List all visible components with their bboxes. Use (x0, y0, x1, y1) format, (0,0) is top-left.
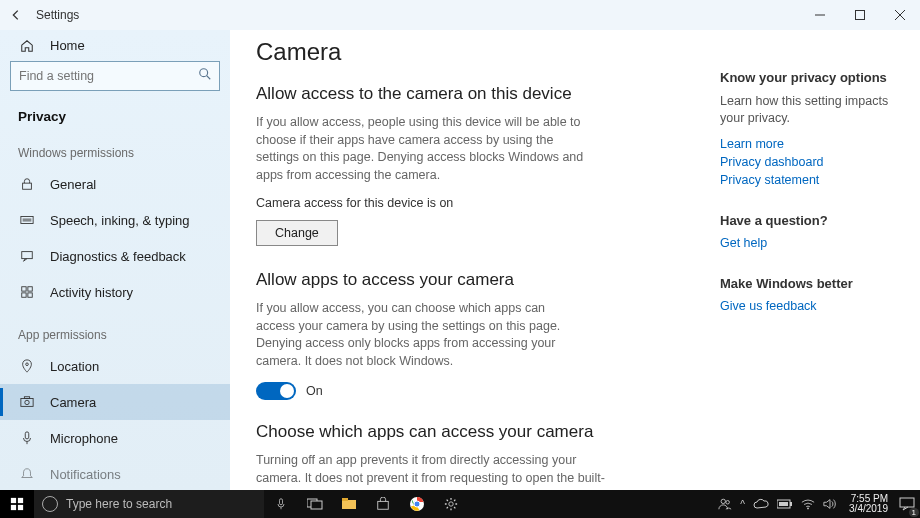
svg-rect-40 (900, 498, 914, 507)
svg-rect-19 (25, 432, 29, 439)
sidebar-item-location[interactable]: Location (0, 348, 230, 384)
wifi-icon[interactable] (801, 498, 815, 510)
desc-access-device: If you allow access, people using this d… (256, 114, 586, 184)
svg-rect-12 (28, 287, 32, 291)
history-icon (18, 285, 36, 299)
feedback-link[interactable]: Give us feedback (720, 299, 904, 313)
home-link[interactable]: Home (0, 38, 230, 53)
mic-icon[interactable] (264, 490, 298, 518)
svg-rect-1 (856, 11, 865, 20)
settings-icon[interactable] (434, 490, 468, 518)
svg-rect-10 (22, 252, 33, 259)
sidebar-item-general[interactable]: General (0, 166, 230, 202)
window-title: Settings (32, 8, 79, 22)
clock-date: 3/4/2019 (849, 504, 888, 515)
notif-badge: 1 (909, 508, 919, 517)
taskbar-search[interactable]: Type here to search (34, 490, 264, 518)
maximize-button[interactable] (840, 0, 880, 30)
search-input[interactable] (10, 61, 220, 91)
chrome-icon[interactable] (400, 490, 434, 518)
sidebar-item-diagnostics[interactable]: Diagnostics & feedback (0, 238, 230, 274)
learn-more-link[interactable]: Learn more (720, 137, 904, 151)
nav-label: Microphone (50, 431, 118, 446)
group-app-permissions: App permissions (0, 310, 230, 348)
svg-rect-27 (342, 500, 356, 509)
microphone-icon (18, 431, 36, 445)
svg-rect-29 (378, 501, 389, 509)
search-box[interactable] (10, 61, 220, 91)
toggle-state: On (306, 384, 323, 398)
svg-rect-7 (21, 217, 33, 224)
back-button[interactable] (0, 0, 32, 30)
svg-rect-14 (28, 293, 32, 297)
privacy-options-heading: Know your privacy options (720, 70, 904, 85)
sidebar-item-activity[interactable]: Activity history (0, 274, 230, 310)
svg-rect-21 (18, 498, 23, 503)
chevron-up-icon[interactable]: ^ (740, 499, 745, 510)
svg-line-5 (207, 76, 211, 80)
system-tray[interactable]: ^ (712, 497, 843, 511)
store-icon[interactable] (366, 490, 400, 518)
home-icon (18, 39, 36, 53)
svg-point-17 (25, 400, 29, 404)
sidebar-item-notifications[interactable]: Notifications (0, 456, 230, 490)
sidebar: Home Privacy Windows permissions General… (0, 30, 230, 490)
svg-point-33 (449, 502, 453, 506)
volume-icon[interactable] (823, 498, 837, 510)
svg-rect-23 (18, 505, 23, 510)
keyboard-icon (18, 213, 36, 227)
onedrive-icon[interactable] (753, 498, 769, 510)
svg-rect-18 (24, 397, 29, 399)
svg-rect-37 (790, 502, 792, 506)
desc-choose-apps: Turning off an app prevents it from dire… (256, 452, 606, 490)
section-label: Privacy (0, 101, 230, 128)
taskbar-clock[interactable]: 7:55 PM 3/4/2019 (843, 494, 894, 515)
home-label: Home (50, 38, 85, 53)
svg-rect-26 (311, 501, 322, 509)
device-access-status: Camera access for this device is on (256, 196, 694, 210)
close-button[interactable] (880, 0, 920, 30)
titlebar: Settings (0, 0, 920, 30)
right-column: Know your privacy options Learn how this… (720, 30, 920, 490)
action-center-icon[interactable]: 1 (894, 490, 920, 518)
svg-rect-24 (280, 499, 283, 505)
svg-rect-28 (342, 498, 348, 501)
nav-label: General (50, 177, 96, 192)
sidebar-item-microphone[interactable]: Microphone (0, 420, 230, 456)
allow-apps-toggle[interactable] (256, 382, 296, 400)
location-icon (18, 359, 36, 373)
nav-label: Diagnostics & feedback (50, 249, 186, 264)
sidebar-item-speech[interactable]: Speech, inking, & typing (0, 202, 230, 238)
question-heading: Have a question? (720, 213, 904, 228)
lock-icon (18, 177, 36, 191)
svg-rect-11 (22, 287, 26, 291)
minimize-button[interactable] (800, 0, 840, 30)
svg-rect-38 (779, 502, 788, 506)
section-allow-apps: Allow apps to access your camera (256, 270, 694, 290)
start-button[interactable] (0, 490, 34, 518)
get-help-link[interactable]: Get help (720, 236, 904, 250)
nav-label: Activity history (50, 285, 133, 300)
explorer-icon[interactable] (332, 490, 366, 518)
cortana-icon (42, 496, 58, 512)
svg-point-34 (721, 499, 725, 503)
section-choose-apps: Choose which apps can access your camera (256, 422, 694, 442)
camera-icon (18, 395, 36, 409)
svg-rect-20 (11, 498, 16, 503)
people-icon[interactable] (718, 497, 732, 511)
nav-label: Speech, inking, & typing (50, 213, 189, 228)
change-button[interactable]: Change (256, 220, 338, 246)
privacy-statement-link[interactable]: Privacy statement (720, 173, 904, 187)
feedback-icon (18, 249, 36, 263)
group-windows-permissions: Windows permissions (0, 128, 230, 166)
nav-label: Location (50, 359, 99, 374)
task-view-icon[interactable] (298, 490, 332, 518)
privacy-dashboard-link[interactable]: Privacy dashboard (720, 155, 904, 169)
svg-point-4 (200, 69, 208, 77)
taskbar-search-placeholder: Type here to search (66, 497, 172, 511)
desc-allow-apps: If you allow access, you can choose whic… (256, 300, 586, 370)
svg-rect-13 (22, 293, 26, 297)
battery-icon[interactable] (777, 499, 793, 509)
sidebar-item-camera[interactable]: Camera (0, 384, 230, 420)
svg-rect-22 (11, 505, 16, 510)
